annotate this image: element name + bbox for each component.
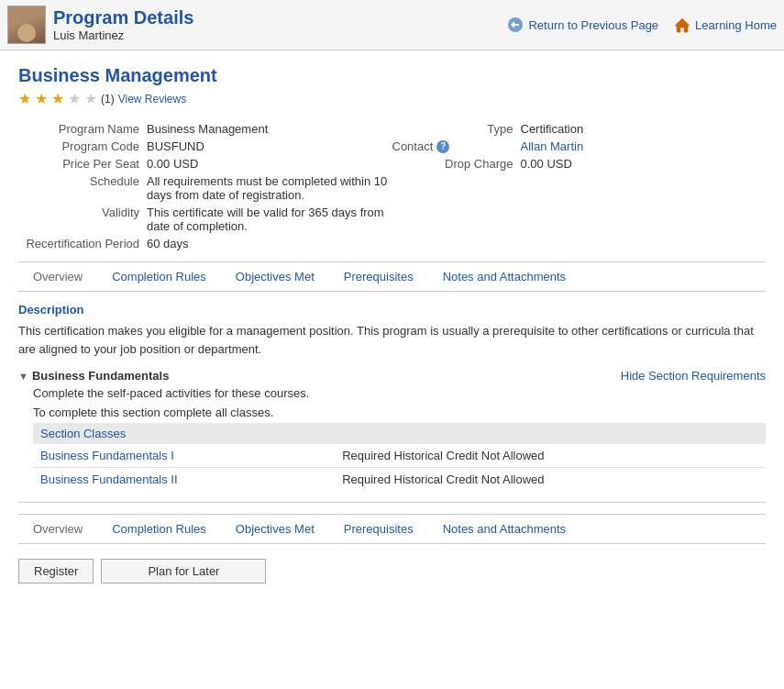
price-per-seat-row: Price Per Seat 0.00 USD [18,157,392,171]
type-label: Type [392,122,521,136]
table-row: Business Fundamentals I Required Histori… [33,444,766,468]
avatar [7,6,46,44]
program-title: Business Management [18,65,766,86]
review-count: (1) [101,93,115,106]
classes-header-req [335,423,766,444]
tab-notes-attachments-top[interactable]: Notes and Attachments [428,266,580,287]
tab-prerequisites-bottom[interactable]: Prerequisites [329,518,428,539]
section-header: ▼ Business Fundamentals Hide Section Req… [18,369,766,383]
header-nav: Return to Previous Page Learning Home [506,16,777,34]
program-details: Program Name Business Management Program… [18,122,766,254]
program-name-value: Business Management [147,122,268,136]
section-complete-text: To complete this section complete all cl… [18,406,766,419]
home-icon [673,16,691,34]
contact-value: Allan Martin [521,139,584,153]
header-left: Program Details Luis Martinez [7,6,506,44]
learning-home-link[interactable]: Learning Home [673,16,777,34]
description-title: Description [18,303,766,317]
description-text: This certification makes you eligible fo… [18,322,766,358]
bottom-buttons: Register Plan for Later [18,551,766,591]
details-left: Program Name Business Management Program… [18,122,392,254]
validity-row: Validity This certificate will be valid … [18,206,392,233]
hide-section-link[interactable]: Hide Section Requirements [621,369,766,383]
class-1-link[interactable]: Business Fundamentals I [40,449,174,462]
drop-charge-value: 0.00 USD [521,157,572,171]
class-2-req: Required Historical Credit Not Allowed [335,468,766,492]
classes-header-label: Section Classes [33,423,335,444]
stars-row: ★ ★ ★ ★ ★ (1) View Reviews [18,90,766,107]
tab-prerequisites-top[interactable]: Prerequisites [329,266,428,287]
star-2: ★ [35,90,48,107]
recertification-value: 60 days [147,237,189,250]
price-per-seat-label: Price Per Seat [18,157,147,171]
table-row: Business Fundamentals II Required Histor… [33,468,766,492]
section-name: Business Fundamentals [32,369,170,383]
recertification-label: Recertification Period [18,237,147,250]
class-1-req: Required Historical Credit Not Allowed [335,444,766,468]
classes-table: Section Classes Business Fundamentals I … [33,423,766,491]
class-2-link[interactable]: Business Fundamentals II [40,472,178,486]
view-reviews-link[interactable]: View Reviews [118,93,186,106]
program-code-row: Program Code BUSFUND [18,139,392,153]
section-header-left: ▼ Business Fundamentals [18,369,169,383]
drop-charge-label: Drop Charge [392,157,521,171]
star-4: ★ [68,90,81,107]
plan-for-later-button[interactable]: Plan for Later [101,559,266,583]
price-per-seat-value: 0.00 USD [147,157,198,171]
user-name: Luis Martinez [53,28,193,42]
nav-tabs-top: Overview Completion Rules Objectives Met… [18,261,766,292]
tab-objectives-met-bottom[interactable]: Objectives Met [221,518,329,539]
validity-value: This certificate will be valid for 365 d… [147,206,392,233]
contact-label: Contact ? [392,139,521,153]
star-1: ★ [18,90,31,107]
program-name-label: Program Name [18,122,147,136]
schedule-value: All requirements must be completed withi… [147,174,392,202]
page-title: Program Details [53,7,193,28]
contact-row: Contact ? Allan Martin [392,139,767,153]
type-value: Certification [521,122,584,136]
section-subtitle: Complete the self-paced activities for t… [18,386,766,400]
type-row: Type Certification [392,122,767,136]
return-icon [506,16,525,34]
details-right: Type Certification Contact ? Allan Marti… [392,122,767,254]
register-button[interactable]: Register [18,559,94,583]
program-name-row: Program Name Business Management [18,122,392,136]
business-fundamentals-section: ▼ Business Fundamentals Hide Section Req… [18,369,766,491]
header-title-block: Program Details Luis Martinez [53,7,193,42]
drop-charge-row: Drop Charge 0.00 USD [392,157,767,171]
star-5: ★ [84,90,97,107]
svg-rect-2 [513,24,519,26]
recertification-row: Recertification Period 60 days [18,237,392,250]
description-section: Description This certification makes you… [18,303,766,358]
program-code-value: BUSFUND [147,139,204,153]
contact-help-icon: ? [436,140,449,153]
nav-tabs-bottom: Overview Completion Rules Objectives Met… [18,514,766,544]
svg-marker-3 [675,18,690,32]
program-code-label: Program Code [18,139,147,153]
tab-notes-attachments-bottom[interactable]: Notes and Attachments [428,518,580,539]
validity-label: Validity [18,206,147,233]
star-3: ★ [51,90,64,107]
classes-header-row: Section Classes [33,423,766,444]
page-header: Program Details Luis Martinez Return to … [0,0,784,50]
divider [18,502,766,503]
tab-completion-rules-bottom[interactable]: Completion Rules [97,518,221,539]
return-previous-link[interactable]: Return to Previous Page [506,16,658,34]
main-content: Business Management ★ ★ ★ ★ ★ (1) View R… [0,50,784,606]
tab-overview-top[interactable]: Overview [18,266,97,287]
tab-overview-bottom[interactable]: Overview [18,518,97,539]
schedule-label: Schedule [18,174,147,202]
tab-objectives-met-top[interactable]: Objectives Met [221,266,329,287]
tab-completion-rules-top[interactable]: Completion Rules [97,266,221,287]
collapse-icon: ▼ [18,371,28,382]
schedule-row: Schedule All requirements must be comple… [18,174,392,202]
